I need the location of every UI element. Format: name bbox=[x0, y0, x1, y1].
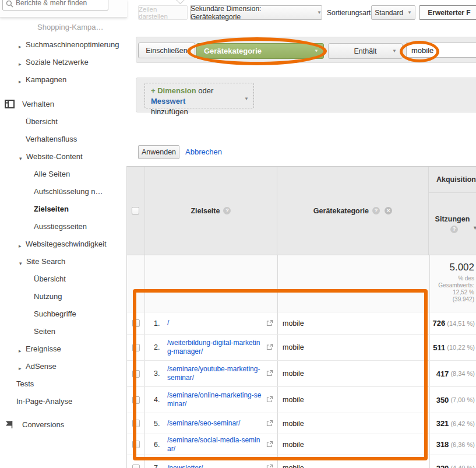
table-row: 4. /seminare/online-marketing-seminar/ m… bbox=[127, 387, 476, 413]
filter-include-dropdown[interactable]: Einschließen bbox=[138, 43, 195, 58]
external-link-icon[interactable] bbox=[266, 463, 273, 468]
filter-dimension-dropdown[interactable]: Gerätekategorie ▼ bbox=[196, 43, 324, 59]
sidebar-item[interactable]: ▸ Soziale Netzwerke bbox=[0, 57, 127, 68]
row-checkbox[interactable] bbox=[132, 344, 140, 351]
help-icon[interactable]: ? bbox=[450, 226, 458, 233]
filter-dimension-label: Gerätekategorie bbox=[204, 47, 262, 55]
column-header-geraetekategorie[interactable]: Gerätekategorie ? ✕ bbox=[277, 167, 429, 255]
sidebar-item[interactable]: Verhaltensfluss bbox=[0, 133, 127, 145]
report-search-input[interactable] bbox=[16, 0, 103, 9]
row-number: 3. bbox=[154, 370, 167, 378]
row-number: 7. bbox=[154, 464, 167, 468]
sidebar-item[interactable]: ▸ Kampagnen bbox=[0, 74, 127, 86]
row-checkbox[interactable] bbox=[132, 465, 140, 468]
table-row: 1. / mobile 726 (14,51 %) bbox=[127, 312, 476, 335]
device-category-value: mobile bbox=[283, 441, 304, 449]
sidebar-item-label: Suchmaschinenoptimierung bbox=[26, 40, 119, 49]
external-link-icon[interactable] bbox=[266, 368, 273, 379]
sidebar-item[interactable]: Verhalten bbox=[0, 98, 127, 110]
chevron-icon: ▸ bbox=[19, 41, 22, 52]
landing-page-link[interactable]: / bbox=[167, 319, 169, 328]
sidebar-item[interactable]: Übersicht bbox=[0, 116, 127, 128]
sidebar-item[interactable]: ▸ Suchmaschinenoptimierung bbox=[0, 39, 127, 51]
chevron-icon: ▸ bbox=[19, 240, 22, 252]
landing-pages-table: Zielseite ? Gerätekategorie ? ✕ Akquisit… bbox=[126, 166, 476, 468]
sidebar-item-label: Übersicht bbox=[26, 117, 58, 126]
chevron-icon: ▸ bbox=[19, 76, 22, 87]
landing-page-link[interactable]: /seminare/online-marketing-seminar/ bbox=[167, 391, 262, 409]
row-number: 4. bbox=[154, 396, 167, 404]
sidebar-item[interactable]: Nutzung bbox=[0, 291, 127, 302]
sidebar-item-label: Nutzung bbox=[34, 292, 62, 301]
landing-page-link[interactable]: /newsletter/ bbox=[167, 464, 203, 468]
row-checkbox[interactable] bbox=[132, 319, 140, 327]
apply-button[interactable]: Anwenden bbox=[138, 145, 179, 159]
row-checkbox[interactable] bbox=[132, 420, 140, 427]
sort-type-dropdown[interactable]: Standard ▼ bbox=[371, 5, 415, 20]
table-row: 6. /seminare/social-media-seminar/ mobil… bbox=[127, 434, 476, 455]
sidebar-item[interactable]: In-Page-Analyse bbox=[0, 396, 127, 407]
device-category-value: mobile bbox=[283, 396, 304, 404]
row-number: 1. bbox=[154, 319, 167, 328]
secondary-dimension-label: Sekundäre Dimension: Gerätekategorie bbox=[191, 5, 313, 21]
column-header-zielseite[interactable]: Zielseite ? bbox=[145, 167, 277, 255]
sidebar-item[interactable]: Zielseiten bbox=[0, 203, 127, 215]
sidebar-item[interactable]: Tests bbox=[0, 378, 127, 390]
sidebar-item[interactable]: Übersicht bbox=[0, 273, 127, 285]
row-checkbox[interactable] bbox=[132, 370, 140, 378]
sidebar-item[interactable]: Alle Seiten bbox=[0, 168, 127, 180]
cancel-link[interactable]: Abbrechen bbox=[185, 147, 222, 156]
sidebar-item[interactable]: ▾ Website-Content bbox=[0, 151, 127, 163]
external-link-icon[interactable] bbox=[266, 395, 273, 405]
sidebar-item[interactable]: ▾ Site Search bbox=[0, 256, 127, 268]
totals-pct: % desGesamtwerts:12,52 %(39.942) bbox=[430, 275, 474, 303]
add-dimension-metric-button[interactable]: + Dimension oder Messwert hinzufügen ▼ bbox=[144, 83, 254, 108]
sidebar-item-label: Suchbegriffe bbox=[34, 309, 76, 318]
row-checkbox[interactable] bbox=[132, 396, 140, 404]
sessions-percent: (10,22 %) bbox=[445, 344, 475, 351]
chevron-down-icon: ▼ bbox=[407, 10, 412, 15]
remove-column-icon[interactable]: ✕ bbox=[385, 207, 392, 214]
sidebar-item-label: Website-Content bbox=[26, 152, 83, 161]
secondary-dimension-dropdown[interactable]: Sekundäre Dimension: Gerätekategorie ▼ bbox=[190, 5, 322, 20]
external-link-icon[interactable] bbox=[266, 439, 273, 450]
add-metric-label: Messwert bbox=[151, 97, 185, 105]
sidebar-item[interactable]: ▸ Websitegeschwindigkeit bbox=[0, 238, 127, 250]
advanced-filter-button[interactable]: Erweiterter F bbox=[419, 5, 476, 20]
sidebar-item-label: Kampagnen bbox=[26, 75, 66, 84]
sidebar-item-label: Conversions bbox=[22, 420, 64, 429]
help-icon[interactable]: ? bbox=[223, 207, 231, 214]
sidebar-item[interactable]: Aufschlüsselung n… bbox=[0, 186, 127, 198]
external-link-icon[interactable] bbox=[266, 418, 273, 429]
sessions-value: 417 bbox=[436, 370, 449, 378]
sidebar-item[interactable]: ▸ AdSense bbox=[0, 361, 127, 372]
landing-page-link[interactable]: /seminare/social-media-seminar/ bbox=[167, 436, 262, 453]
landing-page-link[interactable]: /seminare/seo-seminar/ bbox=[167, 419, 240, 428]
filter-operator-dropdown[interactable]: Enthält ▼ bbox=[328, 43, 403, 59]
landing-page-link[interactable]: /weiterbildung-digital-marketing-manager… bbox=[167, 339, 262, 356]
sidebar-item-label: Site Search bbox=[26, 257, 65, 266]
column-header-sitzungen[interactable]: Sitzungen ? ▼ bbox=[429, 193, 476, 255]
sidebar-item[interactable]: Seiten bbox=[0, 326, 127, 337]
sidebar-item[interactable]: Shopping-Kampa… bbox=[0, 22, 127, 33]
sessions-percent: (14,51 %) bbox=[445, 320, 475, 327]
zielseite-header-label: Zielseite bbox=[191, 207, 220, 215]
table-row: 5. /seminare/seo-seminar/ mobile 321 (6,… bbox=[127, 413, 476, 434]
sitzungen-label: Sitzungen bbox=[435, 215, 470, 223]
row-checkbox[interactable] bbox=[132, 441, 140, 448]
sidebar-item[interactable]: Ausstiegsseiten bbox=[0, 221, 127, 233]
sessions-value: 220 bbox=[436, 464, 449, 468]
landing-page-link[interactable]: /seminare/youtube-marketing-seminar/ bbox=[167, 365, 262, 382]
select-all-checkbox[interactable] bbox=[132, 207, 139, 214]
plot-rows-button[interactable]: Zeilen darstellen bbox=[138, 5, 188, 20]
external-link-icon[interactable] bbox=[266, 318, 273, 329]
help-icon[interactable]: ? bbox=[372, 207, 380, 214]
sidebar-item[interactable]: ▸ Ereignisse bbox=[0, 343, 127, 355]
device-category-value: mobile bbox=[283, 343, 304, 351]
sidebar-item[interactable]: Conversions bbox=[0, 419, 127, 431]
search-box[interactable] bbox=[2, 0, 108, 10]
sessions-percent: (6,42 %) bbox=[449, 420, 475, 427]
sidebar-item[interactable]: Suchbegriffe bbox=[0, 308, 127, 320]
filter-value-input[interactable] bbox=[406, 43, 476, 58]
external-link-icon[interactable] bbox=[266, 342, 273, 353]
